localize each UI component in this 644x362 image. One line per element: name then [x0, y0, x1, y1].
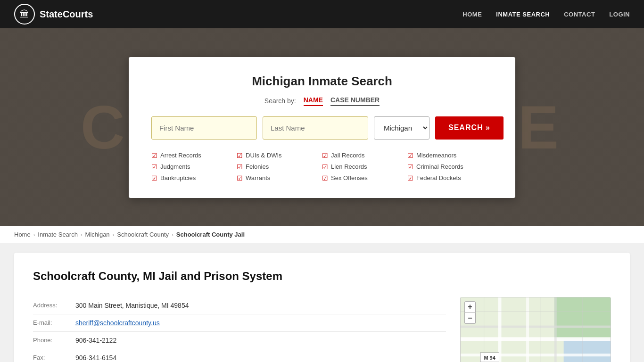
svg-rect-8 — [526, 297, 529, 362]
search-by-label: Search by: — [264, 97, 296, 105]
nav-contact[interactable]: CONTACT — [564, 11, 595, 18]
breadcrumb-schoolcraft-county[interactable]: Schoolcraft County — [117, 231, 169, 238]
main-content: Schoolcraft County, MI Jail and Prison S… — [0, 243, 644, 362]
check-icon: ☑ — [237, 174, 243, 182]
check-icon: ☑ — [151, 152, 157, 159]
check-item: ☑Federal Dockets — [407, 173, 493, 183]
last-name-input[interactable] — [263, 116, 368, 140]
map-container: M 94 + − — [460, 297, 611, 362]
table-row-email: E-mail: sheriff@schoolcraftcounty.us — [33, 314, 446, 332]
check-item: ☑Sex Offenses — [322, 173, 407, 183]
search-card: Michigan Inmate Search Search by: NAME C… — [129, 57, 515, 198]
map-controls: + − — [464, 301, 476, 324]
search-title: Michigan Inmate Search — [151, 74, 493, 89]
email-label: E-mail: — [33, 314, 75, 332]
address-label: Address: — [33, 297, 75, 314]
table-row-fax: Fax: 906-341-6154 — [33, 349, 446, 362]
check-icon: ☑ — [237, 163, 243, 171]
breadcrumb-home[interactable]: Home — [14, 231, 31, 238]
breadcrumb-sep-2: › — [81, 232, 83, 238]
checklist-grid: ☑Arrest Records☑DUIs & DWIs☑Jail Records… — [151, 151, 493, 183]
breadcrumb-sep-4: › — [172, 232, 173, 238]
check-icon: ☑ — [322, 163, 328, 171]
check-label: Criminal Records — [416, 163, 463, 170]
check-label: Sex Offenses — [331, 174, 368, 181]
phone-value: 906-341-2122 — [75, 332, 446, 349]
breadcrumb-michigan[interactable]: Michigan — [85, 231, 110, 238]
nav-login[interactable]: LOGIN — [609, 11, 630, 18]
breadcrumb-sep-1: › — [33, 232, 35, 238]
check-item: ☑Warrants — [237, 173, 322, 183]
first-name-input[interactable] — [151, 116, 257, 140]
check-item: ☑Arrest Records — [151, 151, 237, 160]
svg-rect-3 — [461, 337, 611, 341]
check-item: ☑Judgments — [151, 162, 237, 172]
table-row-phone: Phone: 906-341-2122 — [33, 332, 446, 349]
breadcrumb-current: Schoolcraft County Jail — [176, 231, 245, 238]
check-label: Federal Dockets — [416, 174, 461, 181]
fax-label: Fax: — [33, 349, 75, 362]
nav-inmate-search[interactable]: INMATE SEARCH — [496, 11, 550, 18]
search-by-row: Search by: NAME CASE NUMBER — [151, 96, 493, 106]
check-icon: ☑ — [407, 163, 413, 171]
check-icon: ☑ — [151, 174, 157, 182]
check-label: Misdemeanors — [416, 152, 456, 159]
phone-label: Phone: — [33, 332, 75, 349]
check-icon: ☑ — [237, 152, 243, 159]
check-label: Felonies — [246, 163, 269, 170]
check-item: ☑Lien Records — [322, 162, 407, 172]
nav-links: HOME INMATE SEARCH CONTACT LOGIN — [462, 11, 630, 18]
check-item: ☑Felonies — [237, 162, 322, 172]
address-value: 300 Main Street, Manistique, MI 49854 — [75, 297, 446, 314]
breadcrumb-sep-3: › — [113, 232, 115, 238]
check-item: ☑DUIs & DWIs — [237, 151, 322, 160]
info-table: Address: 300 Main Street, Manistique, MI… — [33, 297, 446, 362]
check-icon: ☑ — [407, 152, 413, 159]
map-zoom-out[interactable]: − — [464, 313, 476, 324]
breadcrumb-inmate-search[interactable]: Inmate Search — [38, 231, 78, 238]
check-label: Warrants — [246, 174, 270, 181]
logo-text: StateCourts — [40, 9, 93, 20]
hero-section: COURTHOUSE Michigan Inmate Search Search… — [0, 28, 644, 226]
check-item: ☑Misdemeanors — [407, 151, 493, 160]
content-card: Schoolcraft County, MI Jail and Prison S… — [14, 253, 630, 362]
check-icon: ☑ — [407, 174, 413, 182]
check-item: ☑Bankruptcies — [151, 173, 237, 183]
check-item: ☑Jail Records — [322, 151, 407, 160]
check-icon: ☑ — [322, 152, 328, 159]
search-button[interactable]: SEARCH » — [435, 116, 504, 140]
check-icon: ☑ — [151, 163, 157, 171]
svg-rect-6 — [461, 326, 611, 328]
tab-name[interactable]: NAME — [304, 96, 323, 106]
check-label: Judgments — [160, 163, 190, 170]
fax-value: 906-341-6154 — [75, 349, 446, 362]
check-label: Arrest Records — [160, 152, 201, 159]
bottom-layout: Address: 300 Main Street, Manistique, MI… — [33, 297, 611, 362]
svg-text:M 94: M 94 — [484, 355, 495, 361]
nav-home[interactable]: HOME — [462, 11, 482, 18]
map-zoom-in[interactable]: + — [464, 301, 476, 313]
breadcrumb: Home › Inmate Search › Michigan › School… — [0, 226, 644, 243]
svg-rect-7 — [498, 297, 502, 362]
map-svg: M 94 — [461, 297, 611, 362]
email-value: sheriff@schoolcraftcounty.us — [75, 314, 446, 332]
check-label: Bankruptcies — [160, 174, 196, 181]
search-inputs-row: Michigan Alabama Alaska Arizona Californ… — [151, 116, 493, 140]
info-section: Address: 300 Main Street, Manistique, MI… — [33, 297, 446, 362]
check-icon: ☑ — [322, 174, 328, 182]
top-navigation: 🏛 StateCourts HOME INMATE SEARCH CONTACT… — [0, 0, 644, 28]
check-label: Jail Records — [331, 152, 365, 159]
table-row-address: Address: 300 Main Street, Manistique, MI… — [33, 297, 446, 314]
logo-icon: 🏛 — [14, 4, 35, 25]
logo[interactable]: 🏛 StateCourts — [14, 4, 93, 25]
tab-case-number[interactable]: CASE NUMBER — [330, 96, 380, 106]
svg-rect-2 — [564, 339, 611, 362]
email-link[interactable]: sheriff@schoolcraftcounty.us — [75, 319, 160, 327]
svg-rect-9 — [554, 297, 557, 362]
check-label: Lien Records — [331, 163, 367, 170]
check-item: ☑Criminal Records — [407, 162, 493, 172]
check-label: DUIs & DWIs — [246, 152, 282, 159]
state-select[interactable]: Michigan Alabama Alaska Arizona Californ… — [374, 116, 429, 140]
content-title: Schoolcraft County, MI Jail and Prison S… — [33, 270, 611, 283]
